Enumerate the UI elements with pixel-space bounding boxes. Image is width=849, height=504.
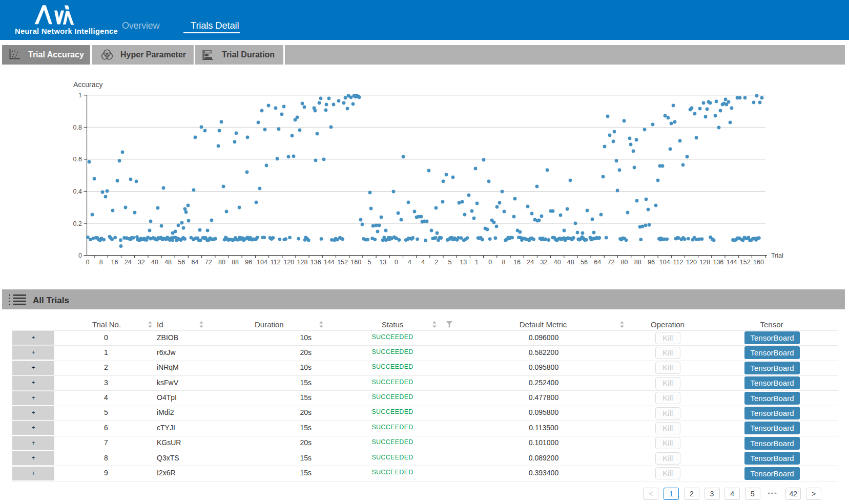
svg-text:152: 152 xyxy=(337,259,348,266)
svg-text:0.6: 0.6 xyxy=(73,156,82,163)
svg-text:72: 72 xyxy=(607,259,614,266)
svg-text:0.8: 0.8 xyxy=(73,124,82,131)
svg-text:56: 56 xyxy=(581,259,588,266)
svg-text:136: 136 xyxy=(713,259,723,266)
svg-text:16: 16 xyxy=(513,259,521,266)
svg-text:0: 0 xyxy=(488,259,492,266)
svg-text:13: 13 xyxy=(460,259,467,266)
svg-text:16: 16 xyxy=(111,259,118,266)
svg-text:1: 1 xyxy=(78,92,82,99)
svg-text:24: 24 xyxy=(527,259,534,266)
svg-text:128: 128 xyxy=(699,259,710,266)
svg-text:5: 5 xyxy=(448,259,452,266)
svg-text:88: 88 xyxy=(232,259,239,266)
svg-text:48: 48 xyxy=(567,259,574,266)
svg-text:80: 80 xyxy=(621,259,628,266)
svg-text:80: 80 xyxy=(218,259,225,266)
svg-text:120: 120 xyxy=(283,259,294,266)
svg-text:112: 112 xyxy=(271,259,281,266)
svg-text:0: 0 xyxy=(395,259,398,266)
svg-text:0: 0 xyxy=(86,259,90,266)
svg-text:48: 48 xyxy=(164,259,172,266)
svg-text:5: 5 xyxy=(368,259,371,266)
svg-text:128: 128 xyxy=(297,259,308,266)
svg-text:64: 64 xyxy=(192,259,199,266)
svg-text:0.4: 0.4 xyxy=(73,188,82,195)
svg-text:40: 40 xyxy=(554,259,561,266)
svg-text:160: 160 xyxy=(753,259,764,266)
svg-text:144: 144 xyxy=(727,259,737,266)
svg-text:4: 4 xyxy=(408,259,411,266)
svg-text:2: 2 xyxy=(434,259,438,266)
svg-text:32: 32 xyxy=(541,259,548,266)
svg-text:4: 4 xyxy=(421,259,425,266)
svg-text:Accuracy: Accuracy xyxy=(73,80,103,89)
svg-text:136: 136 xyxy=(310,259,321,266)
svg-text:112: 112 xyxy=(673,259,683,266)
svg-text:72: 72 xyxy=(205,259,212,266)
svg-text:13: 13 xyxy=(379,259,386,266)
svg-text:32: 32 xyxy=(138,259,145,266)
svg-text:24: 24 xyxy=(125,259,132,266)
svg-text:0: 0 xyxy=(78,252,82,259)
svg-text:0.2: 0.2 xyxy=(73,220,82,227)
svg-text:96: 96 xyxy=(245,259,252,266)
svg-text:152: 152 xyxy=(740,259,751,266)
svg-text:Trial: Trial xyxy=(771,252,783,259)
svg-text:144: 144 xyxy=(324,259,335,266)
svg-text:8: 8 xyxy=(502,259,505,266)
svg-text:160: 160 xyxy=(350,259,361,266)
svg-text:64: 64 xyxy=(594,259,601,266)
svg-text:104: 104 xyxy=(257,259,267,266)
svg-text:88: 88 xyxy=(634,259,641,266)
svg-text:56: 56 xyxy=(178,259,185,266)
svg-text:120: 120 xyxy=(686,259,697,266)
svg-text:1: 1 xyxy=(475,259,479,266)
svg-text:40: 40 xyxy=(151,259,158,266)
svg-text:96: 96 xyxy=(648,259,655,266)
svg-text:104: 104 xyxy=(659,259,670,266)
svg-text:8: 8 xyxy=(99,259,103,266)
